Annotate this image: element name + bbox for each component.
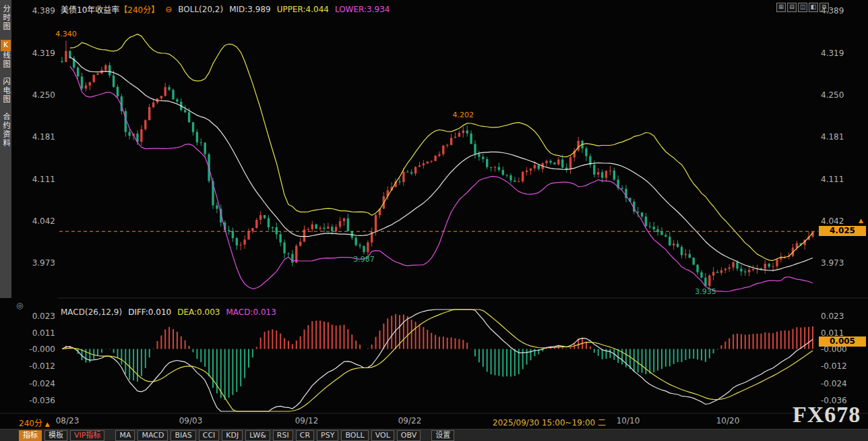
- current-price-marker: 4.025: [819, 226, 866, 236]
- macd-diff-value: DIFF:0.010: [128, 307, 171, 317]
- minimize-icon[interactable]: ⊟: [787, 3, 797, 12]
- macd-macd-value: MACD:0.013: [226, 307, 276, 317]
- tab-1[interactable]: 指标: [19, 430, 42, 441]
- period-label: 240分: [19, 419, 42, 428]
- active-chart-type-badge: K: [1, 40, 11, 51]
- cascade-icon[interactable]: ⧉: [819, 3, 829, 12]
- indicator-tabbar: 指标模板VIP指标MAMACDBIASCCIKDJLW&RSICRPSYBOLL…: [0, 429, 868, 441]
- macd-label: MACD(26,12,9): [61, 307, 122, 317]
- fx678-watermark: FX678: [793, 402, 861, 428]
- indicator-tab-macd[interactable]: MACD: [137, 430, 168, 441]
- macd-dea-value: DEA:0.003: [177, 307, 220, 317]
- layout-grid-icon[interactable]: ⊞: [776, 3, 786, 12]
- indicator-tab-boll[interactable]: BOLL: [341, 430, 368, 441]
- indicator-tab-psy[interactable]: PSY: [317, 430, 338, 441]
- indicator-tab-cr[interactable]: CR: [296, 430, 314, 441]
- indicator-tab-obv[interactable]: OBV: [397, 430, 421, 441]
- indicator-tab-vol[interactable]: VOL: [371, 430, 394, 441]
- chart-canvas[interactable]: 4.3404.2023.9873.935: [0, 0, 868, 441]
- trading-app: 4.3404.2023.9873.935 分时图K线图闪电图合约资料 美债10年…: [0, 0, 868, 441]
- svg-text:4.202: 4.202: [453, 111, 474, 119]
- indicator-tab-cci[interactable]: CCI: [199, 430, 220, 441]
- indicator-tab-rsi[interactable]: RSI: [273, 430, 293, 441]
- boll-label: BOLL(20,2): [178, 5, 223, 14]
- settings-tab[interactable]: 设置: [431, 430, 454, 441]
- selected-candle-time: 2025/09/30 15:00~19:00 二: [493, 416, 606, 428]
- svg-text:3.935: 3.935: [695, 287, 716, 296]
- boll-mid-value: MID:3.989: [229, 5, 271, 14]
- period-arrow-icon: ▲: [45, 421, 50, 428]
- title-group: 美债10年收益率 【240分】: [61, 3, 159, 15]
- indicator-target-icon[interactable]: ◎: [16, 301, 23, 310]
- svg-text:3.987: 3.987: [353, 255, 375, 264]
- chart-type-sidebar: 分时图K线图闪电图合约资料: [0, 0, 11, 298]
- boll-lower-value: LOWER:3.934: [335, 5, 390, 14]
- tab-2[interactable]: 模板: [44, 430, 67, 441]
- macd-header: MACD(26,12,9) DIFF:0.010 DEA:0.003 MACD:…: [61, 307, 276, 317]
- collapse-icon[interactable]: ⊖: [165, 5, 172, 14]
- indicator-tab-ma[interactable]: MA: [115, 430, 135, 441]
- window-controls: ⊞⊟◫◧⧉: [776, 3, 829, 12]
- indicator-tab-bias[interactable]: BIAS: [170, 430, 195, 441]
- pane-view-icon[interactable]: ◧: [809, 3, 818, 12]
- sidebar-item-1[interactable]: 分时图: [1, 5, 11, 31]
- svg-text:4.340: 4.340: [55, 30, 77, 38]
- sidebar-item-4[interactable]: 合约资料: [1, 113, 11, 148]
- sidebar-item-2[interactable]: K线图: [1, 40, 11, 69]
- period-indicator[interactable]: 240分 ▲: [19, 417, 50, 428]
- chart-period-tag: 【240分】: [119, 3, 159, 15]
- boll-upper-value: UPPER:4.044: [277, 5, 329, 14]
- tab-3[interactable]: VIP指标: [70, 430, 104, 441]
- chart-title: 美债10年收益率: [61, 3, 119, 15]
- sidebar-item-3[interactable]: 闪电图: [1, 78, 11, 104]
- indicator-tab-kdj[interactable]: KDJ: [222, 430, 243, 441]
- chart-header: 美债10年收益率 【240分】 ⊖ BOLL(20,2) MID:3.989 U…: [61, 3, 390, 15]
- indicator-tab-lw&[interactable]: LW&: [245, 430, 270, 441]
- current-macd-marker: 0.005: [819, 336, 866, 347]
- split-view-icon[interactable]: ◫: [798, 3, 807, 12]
- price-up-arrow-icon: ▲: [859, 217, 863, 224]
